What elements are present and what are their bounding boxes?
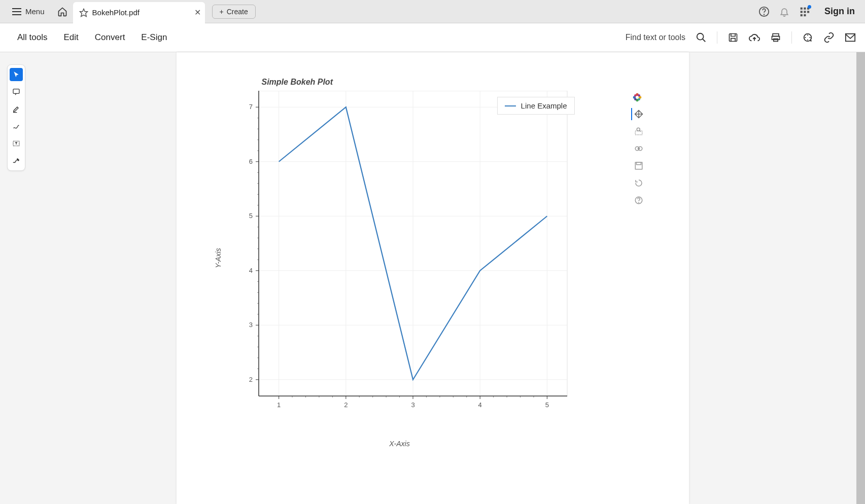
print-icon xyxy=(771,32,781,43)
highlight-tool[interactable] xyxy=(10,102,23,116)
svg-text:2: 2 xyxy=(249,376,252,383)
help-button[interactable] xyxy=(758,6,770,17)
pdf-page: Simple Bokeh Plot 23456712345 Y-Axis X-A… xyxy=(177,52,689,504)
svg-text:1: 1 xyxy=(277,401,281,409)
box-zoom-tool[interactable] xyxy=(631,125,643,137)
home-icon xyxy=(57,7,67,17)
save-button[interactable] xyxy=(728,32,739,43)
reset-tool[interactable] xyxy=(631,177,643,189)
upload-button[interactable] xyxy=(749,32,760,43)
box-zoom-icon xyxy=(634,127,643,136)
svg-text:4: 4 xyxy=(478,401,481,409)
draw-tool[interactable] xyxy=(10,120,23,133)
bokeh-help-tool[interactable] xyxy=(631,194,643,206)
save-plot-icon xyxy=(634,161,643,170)
search-button[interactable] xyxy=(696,32,707,43)
y-axis-label: Y-Axis xyxy=(214,248,222,268)
text-tool[interactable] xyxy=(10,137,23,150)
svg-rect-109 xyxy=(636,162,641,165)
svg-text:5: 5 xyxy=(249,212,252,220)
plot-area: 23456712345 Y-Axis X-Axis Line Example xyxy=(227,91,572,425)
comment-icon xyxy=(12,88,20,96)
svg-point-103 xyxy=(637,128,640,131)
bokeh-toolbar xyxy=(631,92,643,206)
pan-icon xyxy=(634,110,643,119)
toolbar-tab-esign[interactable]: E-Sign xyxy=(133,32,175,43)
svg-rect-19 xyxy=(13,89,19,94)
signature-icon xyxy=(12,157,20,165)
svg-rect-4 xyxy=(804,7,806,9)
divider xyxy=(717,31,717,44)
scrollbar-track[interactable] xyxy=(856,52,865,504)
toolbar-tab-convert[interactable]: Convert xyxy=(87,32,133,43)
svg-point-98 xyxy=(638,94,640,97)
reset-icon xyxy=(634,178,643,188)
pan-tool[interactable] xyxy=(631,108,643,120)
svg-rect-13 xyxy=(730,34,737,42)
svg-rect-3 xyxy=(801,7,803,9)
svg-text:7: 7 xyxy=(249,103,252,111)
legend-label: Line Example xyxy=(521,101,567,110)
svg-rect-9 xyxy=(801,14,803,16)
link-button[interactable] xyxy=(823,32,835,43)
divider xyxy=(791,31,792,44)
cloud-upload-icon xyxy=(749,32,760,43)
menu-label: Menu xyxy=(25,7,45,16)
svg-text:6: 6 xyxy=(249,158,252,165)
header-right: Sign in xyxy=(758,6,858,17)
svg-point-111 xyxy=(638,202,639,203)
email-button[interactable] xyxy=(845,32,856,43)
home-button[interactable] xyxy=(57,6,68,17)
svg-point-107 xyxy=(638,148,639,150)
svg-point-2 xyxy=(764,14,765,15)
notifications-button[interactable] xyxy=(779,6,790,17)
chart-legend[interactable]: Line Example xyxy=(497,97,575,115)
select-tool[interactable] xyxy=(10,68,23,81)
hamburger-icon xyxy=(12,8,21,15)
create-label: Create xyxy=(227,8,248,16)
wheel-zoom-tool[interactable] xyxy=(631,142,643,155)
svg-rect-102 xyxy=(635,131,642,135)
find-text-label[interactable]: Find text or tools xyxy=(626,33,685,42)
svg-rect-8 xyxy=(807,11,809,13)
svg-text:3: 3 xyxy=(249,321,252,329)
link-icon xyxy=(823,32,835,43)
close-tab-button[interactable]: ✕ xyxy=(194,8,201,17)
search-icon xyxy=(696,32,707,43)
star-icon[interactable] xyxy=(79,8,88,17)
bokeh-logo-icon[interactable] xyxy=(632,92,643,103)
print-button[interactable] xyxy=(770,32,781,43)
scrollbar-thumb[interactable] xyxy=(856,52,865,504)
ai-button[interactable] xyxy=(802,32,813,43)
save-icon xyxy=(728,32,738,43)
comment-tool[interactable] xyxy=(10,85,23,98)
toolbar-right: Find text or tools xyxy=(626,31,856,44)
svg-point-99 xyxy=(638,98,640,100)
chart-container: Simple Bokeh Plot 23456712345 Y-Axis X-A… xyxy=(227,78,572,425)
apps-button[interactable] xyxy=(799,6,810,17)
svg-text:4: 4 xyxy=(249,267,252,274)
chart-title: Simple Bokeh Plot xyxy=(262,78,572,87)
wheel-zoom-icon xyxy=(634,144,643,153)
menu-button[interactable]: Menu xyxy=(7,4,50,19)
svg-line-12 xyxy=(703,39,706,42)
create-button[interactable]: + Create xyxy=(212,5,256,19)
toolbar-tab-edit[interactable]: Edit xyxy=(56,32,87,43)
mail-icon xyxy=(845,32,856,43)
x-axis-label: X-Axis xyxy=(389,440,409,448)
plus-icon: + xyxy=(220,8,224,16)
app-header: Menu BokehPlot.pdf ✕ + Create Sign in xyxy=(0,0,865,23)
main-content: Simple Bokeh Plot 23456712345 Y-Axis X-A… xyxy=(0,52,865,504)
sign-tool[interactable] xyxy=(10,154,23,167)
svg-rect-10 xyxy=(804,14,806,16)
save-plot-tool[interactable] xyxy=(631,160,643,172)
svg-text:5: 5 xyxy=(545,401,548,409)
sign-in-button[interactable]: Sign in xyxy=(824,6,855,17)
svg-text:2: 2 xyxy=(344,401,348,409)
toolbar-tab-alltools[interactable]: All tools xyxy=(9,32,56,43)
text-icon xyxy=(12,139,20,148)
document-tab[interactable]: BokehPlot.pdf ✕ xyxy=(73,2,205,23)
svg-rect-6 xyxy=(801,11,803,13)
svg-point-101 xyxy=(634,94,637,97)
notification-dot xyxy=(808,5,811,9)
